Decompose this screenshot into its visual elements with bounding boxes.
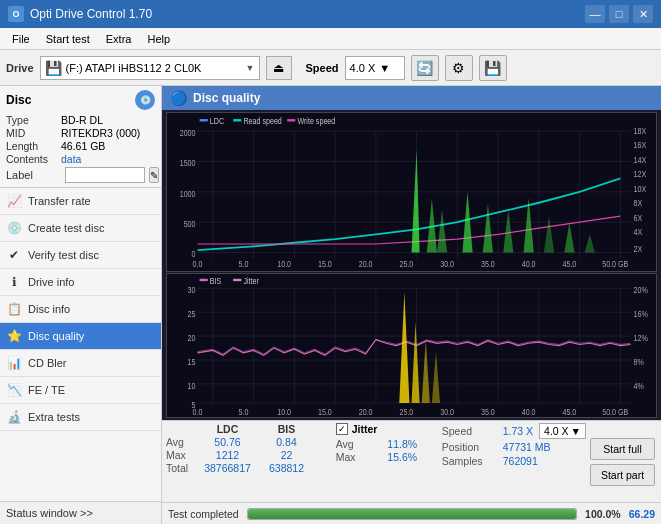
svg-text:10: 10 — [188, 381, 197, 391]
disc-icon: 💿 — [135, 90, 155, 110]
svg-text:10.0: 10.0 — [277, 407, 291, 417]
refresh-button[interactable]: 🔄 — [411, 55, 439, 81]
samples-value: 762091 — [503, 455, 538, 467]
maximize-button[interactable]: □ — [609, 5, 629, 23]
jitter-avg-label: Avg — [336, 438, 371, 450]
position-value: 47731 MB — [503, 441, 551, 453]
speed-label: Speed — [306, 62, 339, 74]
svg-text:12X: 12X — [634, 170, 647, 180]
sidebar-item-disc-quality[interactable]: ⭐ Disc quality — [0, 323, 161, 350]
svg-text:10X: 10X — [634, 184, 647, 194]
speed-stat-dropdown-arrow: ▼ — [571, 425, 581, 437]
svg-text:50.0 GB: 50.0 GB — [602, 407, 628, 417]
menu-extra[interactable]: Extra — [98, 31, 140, 47]
drive-icon: 💾 — [45, 60, 62, 76]
sidebar-item-extra-tests[interactable]: 🔬 Extra tests — [0, 404, 161, 431]
svg-text:45.0: 45.0 — [562, 259, 576, 269]
start-full-button[interactable]: Start full — [590, 438, 655, 460]
drive-info-icon: ℹ — [6, 274, 22, 290]
speed-value: 4.0 X — [350, 62, 376, 74]
start-part-button[interactable]: Start part — [590, 464, 655, 486]
sidebar-item-transfer-rate[interactable]: 📈 Transfer rate — [0, 188, 161, 215]
sidebar-item-verify-test-disc[interactable]: ✔ Verify test disc — [0, 242, 161, 269]
svg-text:500: 500 — [184, 219, 196, 229]
length-value: 46.61 GB — [61, 140, 105, 152]
svg-text:20.0: 20.0 — [359, 259, 373, 269]
svg-text:4X: 4X — [634, 228, 643, 238]
svg-text:15.0: 15.0 — [318, 407, 332, 417]
minimize-button[interactable]: — — [585, 5, 605, 23]
position-label: Position — [442, 441, 497, 453]
progress-percent: 100.0% — [585, 508, 621, 520]
disc-label-key: Label — [6, 169, 61, 181]
jitter-section: ✓ Jitter Avg 11.8% Max 15.6% — [336, 423, 430, 500]
avg-label: Avg — [166, 436, 196, 448]
sidebar-item-create-test-disc[interactable]: 💿 Create test disc — [0, 215, 161, 242]
disc-quality-header-icon: 🔵 — [170, 90, 187, 106]
jitter-checkbox[interactable]: ✓ — [336, 423, 348, 435]
contents-value: data — [61, 153, 81, 165]
eject-button[interactable]: ⏏ — [266, 56, 292, 80]
sidebar-item-label-verify-test-disc: Verify test disc — [28, 249, 99, 261]
bis-header: BIS — [259, 423, 314, 435]
status-window-button[interactable]: Status window >> — [0, 501, 161, 524]
jitter-max: 15.6% — [375, 451, 430, 463]
svg-text:2X: 2X — [634, 245, 643, 255]
sidebar-item-label-disc-info: Disc info — [28, 303, 70, 315]
sidebar-item-cd-bler[interactable]: 📊 CD Bler — [0, 350, 161, 377]
disc-panel: Disc 💿 Type BD-R DL MID RITEKDR3 (000) L… — [0, 86, 161, 188]
menu-help[interactable]: Help — [139, 31, 178, 47]
svg-text:12%: 12% — [634, 333, 648, 343]
drive-selector[interactable]: 💾 (F:) ATAPI iHBS112 2 CL0K ▼ — [40, 56, 260, 80]
bis-max: 22 — [259, 449, 314, 461]
chart2-container: 30 25 20 15 10 5 20% 16% 12% 8% 4% 0.0 5… — [166, 273, 657, 418]
sidebar-item-disc-info[interactable]: 📋 Disc info — [0, 296, 161, 323]
drive-dropdown-arrow: ▼ — [246, 63, 255, 73]
menu-bar: File Start test Extra Help — [0, 28, 661, 50]
speed-stat-selector[interactable]: 4.0 X ▼ — [539, 423, 586, 439]
svg-text:LDC: LDC — [210, 116, 225, 126]
svg-text:Read speed: Read speed — [243, 116, 281, 126]
main-area: Disc 💿 Type BD-R DL MID RITEKDR3 (000) L… — [0, 86, 661, 524]
close-button[interactable]: ✕ — [633, 5, 653, 23]
sidebar: Disc 💿 Type BD-R DL MID RITEKDR3 (000) L… — [0, 86, 162, 524]
svg-text:4%: 4% — [634, 381, 644, 391]
transfer-rate-icon: 📈 — [6, 193, 22, 209]
label-edit-button[interactable]: ✎ — [149, 167, 159, 183]
speed-selector[interactable]: 4.0 X ▼ — [345, 56, 405, 80]
sidebar-item-drive-info[interactable]: ℹ Drive info — [0, 269, 161, 296]
menu-file[interactable]: File — [4, 31, 38, 47]
svg-text:50.0 GB: 50.0 GB — [602, 259, 628, 269]
bis-total: 638812 — [259, 462, 314, 474]
settings-button[interactable]: ⚙ — [445, 55, 473, 81]
menu-start-test[interactable]: Start test — [38, 31, 98, 47]
svg-rect-54 — [233, 119, 241, 121]
jitter-max-label: Max — [336, 451, 371, 463]
extra-tests-icon: 🔬 — [6, 409, 22, 425]
svg-rect-58 — [167, 274, 656, 417]
create-test-disc-icon: 💿 — [6, 220, 22, 236]
svg-rect-104 — [233, 278, 241, 280]
title-bar: O Opti Drive Control 1.70 — □ ✕ — [0, 0, 661, 28]
svg-text:2000: 2000 — [180, 128, 196, 138]
ldc-max: 1212 — [200, 449, 255, 461]
svg-rect-56 — [287, 119, 295, 121]
svg-text:16%: 16% — [634, 309, 648, 319]
max-label: Max — [166, 449, 196, 461]
sidebar-item-label-extra-tests: Extra tests — [28, 411, 80, 423]
svg-text:BIS: BIS — [210, 276, 222, 286]
save-button[interactable]: 💾 — [479, 55, 507, 81]
svg-text:30.0: 30.0 — [440, 259, 454, 269]
fe-te-icon: 📉 — [6, 382, 22, 398]
svg-text:20: 20 — [188, 333, 197, 343]
stats-bar: LDC BIS Avg 50.76 0.84 Max 1212 22 Total… — [162, 420, 661, 502]
sidebar-item-fe-te[interactable]: 📉 FE / TE — [0, 377, 161, 404]
svg-text:0.0: 0.0 — [193, 259, 203, 269]
svg-text:Jitter: Jitter — [243, 276, 259, 286]
svg-text:8X: 8X — [634, 199, 643, 209]
content-area: 🔵 Disc quality — [162, 86, 661, 524]
disc-label-input[interactable] — [65, 167, 145, 183]
svg-text:5.0: 5.0 — [238, 407, 249, 417]
verify-test-disc-icon: ✔ — [6, 247, 22, 263]
svg-text:Write speed: Write speed — [297, 116, 335, 126]
